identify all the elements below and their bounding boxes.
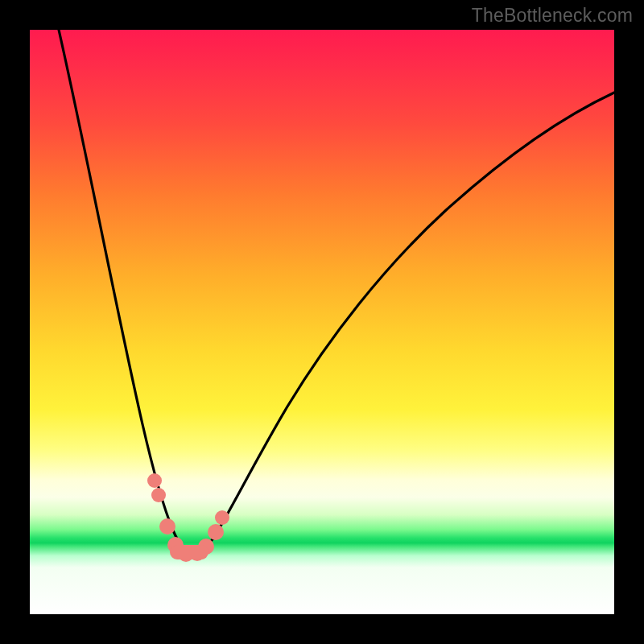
- svg-point-1: [151, 488, 166, 502]
- svg-point-7: [208, 524, 224, 540]
- svg-rect-9: [170, 545, 208, 559]
- svg-point-0: [147, 473, 162, 488]
- svg-point-8: [215, 510, 229, 525]
- svg-point-2: [159, 518, 175, 535]
- bottleneck-curve: [59, 30, 614, 555]
- chart-svg: [30, 30, 614, 614]
- watermark-text: TheBottleneck.com: [472, 5, 633, 27]
- chart-frame: TheBottleneck.com: [0, 0, 644, 644]
